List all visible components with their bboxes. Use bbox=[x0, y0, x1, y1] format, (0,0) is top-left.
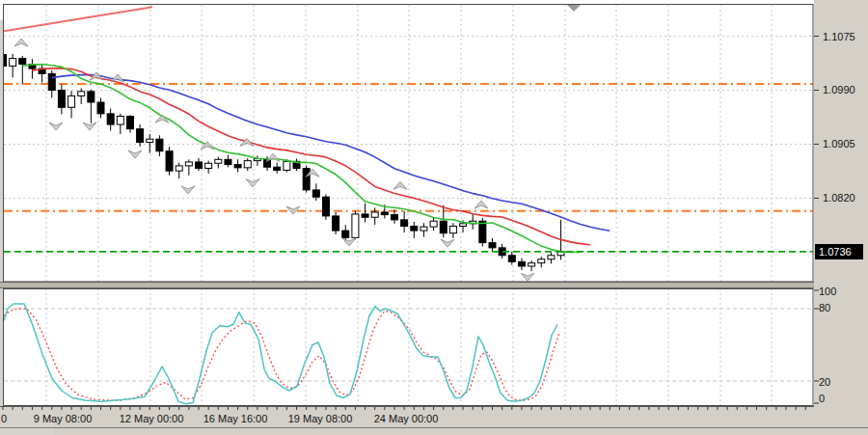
candle-bear bbox=[342, 231, 349, 237]
candle-bull bbox=[68, 95, 75, 107]
candle-bear bbox=[518, 261, 525, 266]
candle-bear bbox=[440, 221, 447, 233]
candle-bear bbox=[137, 129, 144, 143]
time-axis-label: 16 May 16:00 bbox=[203, 413, 268, 425]
candle-bear bbox=[392, 215, 398, 220]
indicator-axis-label: 100 bbox=[819, 285, 857, 298]
candle-bear bbox=[166, 151, 173, 171]
candle-bull bbox=[185, 162, 192, 166]
candle-bull bbox=[244, 161, 251, 168]
candle-bull bbox=[371, 212, 378, 217]
candle-bear bbox=[381, 212, 388, 215]
candle-bear bbox=[58, 90, 65, 107]
candle-bear bbox=[88, 92, 95, 102]
candle-bear bbox=[333, 216, 339, 231]
price-axis-label: 1.1075 bbox=[823, 31, 866, 43]
chart-canvas[interactable] bbox=[0, 0, 868, 435]
candle-bear bbox=[362, 214, 368, 217]
fractal-up-icon bbox=[475, 201, 488, 208]
time-axis-label: 9 May 08:00 bbox=[34, 413, 93, 425]
candle-bear bbox=[489, 243, 496, 248]
indicator-axis-label: 20 bbox=[819, 376, 857, 389]
candle-bull bbox=[205, 163, 212, 168]
main_line bbox=[4, 304, 557, 404]
fractal-down-icon bbox=[83, 122, 96, 130]
indicator-axis-label: 0 bbox=[819, 393, 857, 405]
price-axis-label: 1.0990 bbox=[823, 84, 866, 96]
fractal-down-icon bbox=[441, 239, 454, 247]
window-frame-line bbox=[0, 427, 868, 428]
candle-bear bbox=[508, 256, 515, 262]
fractal-down-icon bbox=[342, 238, 356, 246]
price-axis-label: 1.0905 bbox=[823, 138, 866, 150]
candle-bear bbox=[48, 73, 55, 90]
candle-bull bbox=[284, 161, 290, 170]
candle-bear bbox=[234, 165, 241, 168]
candle-bull bbox=[147, 139, 153, 142]
candle-bear bbox=[312, 190, 319, 197]
time-axis-label: 0 bbox=[1, 413, 7, 425]
candle-bull bbox=[176, 166, 182, 171]
candle-bull bbox=[529, 263, 535, 266]
main-chart-border bbox=[4, 5, 814, 283]
indicator-layer bbox=[4, 288, 813, 405]
candle-bear bbox=[196, 162, 203, 169]
candle-bear bbox=[322, 197, 329, 216]
time-axis-label: 19 May 08:00 bbox=[288, 413, 353, 425]
chart-window: 1.1075 1.0990 1.0905 1.0820 1.0736 100 8… bbox=[0, 0, 868, 435]
candle-bear bbox=[411, 226, 418, 231]
candle-bear bbox=[225, 159, 231, 164]
candle-bull bbox=[460, 224, 467, 227]
time-axis-label: 24 May 00:00 bbox=[374, 413, 439, 425]
candle-bull bbox=[538, 259, 545, 263]
ma-mid bbox=[33, 68, 591, 245]
candle-bull bbox=[10, 59, 16, 67]
candle-bull bbox=[449, 226, 456, 232]
candle-bear bbox=[401, 220, 408, 227]
current-price-badge: 1.0736 bbox=[815, 244, 863, 259]
indicator-border bbox=[4, 289, 814, 406]
candle-bear bbox=[479, 221, 486, 242]
candle-bull bbox=[430, 221, 437, 227]
candle-bear bbox=[19, 59, 26, 65]
candle-bull bbox=[548, 256, 555, 259]
time-axis-label: 12 May 00:00 bbox=[120, 413, 184, 425]
shift-marker-icon bbox=[567, 5, 581, 12]
fractal-down-icon bbox=[181, 186, 195, 194]
candle-bull bbox=[117, 117, 123, 125]
fractal-down-icon bbox=[128, 150, 142, 158]
candle-bear bbox=[303, 169, 310, 190]
indicator-axis-label: 80 bbox=[819, 302, 857, 314]
fractal-down-icon bbox=[246, 179, 259, 187]
candle-bull bbox=[352, 214, 359, 237]
candle-bear bbox=[126, 117, 133, 129]
trend-line bbox=[0, 7, 152, 32]
candle-bear bbox=[97, 102, 104, 114]
main-chart-layer bbox=[0, 5, 813, 282]
fractal-up-icon bbox=[266, 153, 280, 161]
fractal-down-icon bbox=[49, 122, 63, 130]
candle-bear bbox=[107, 114, 114, 124]
fractal-up-icon bbox=[393, 181, 407, 189]
candle-bull bbox=[420, 227, 427, 231]
fractal-down-icon bbox=[521, 273, 534, 281]
candle-bear bbox=[156, 139, 163, 151]
ma-fast bbox=[22, 65, 581, 253]
price-axis-label: 1.0820 bbox=[823, 192, 866, 204]
fractal-up-icon bbox=[14, 39, 28, 46]
candle-bear bbox=[274, 167, 281, 170]
candle-bull bbox=[215, 159, 222, 163]
candle-bull bbox=[78, 92, 85, 96]
